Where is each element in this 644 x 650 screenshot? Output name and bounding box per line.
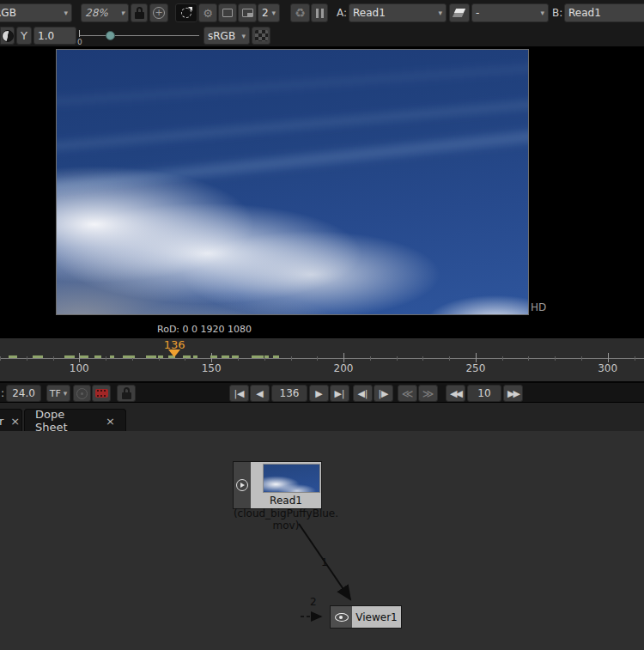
playback-mode-button[interactable] [73,385,91,402]
node-connections [0,431,644,650]
wipe-button[interactable] [449,3,470,22]
range-mode-value: TF [50,388,61,399]
node-graph[interactable]: Read1 (cloud_bigPuffyBlue. mov) 1 2 View… [0,431,644,650]
downrez-dropdown[interactable]: 2 ▾ [258,3,280,22]
node-read1[interactable]: Read1 [233,461,322,509]
cache-segment [232,355,239,358]
range-lock-button[interactable] [117,385,136,402]
gain-slider-handle[interactable] [106,31,115,40]
viewer-image[interactable] [56,49,529,315]
downrez-value: 2 [262,7,269,19]
timeline-tick [27,356,27,361]
b-input-field[interactable]: Read1 [564,3,644,22]
frame-increment-field[interactable]: 10 [467,385,501,402]
timeline-tick [608,353,609,362]
fps-field[interactable]: 24.0 [6,385,41,402]
rod-text: RoD: 0 0 1920 1080 [157,324,252,335]
play-circle-icon [236,479,248,491]
plus-circle-icon: + [153,7,165,19]
cache-segment [110,355,114,358]
contrail-streak [56,64,529,106]
cache-segment [193,355,197,358]
goto-end-button[interactable]: ▶| [330,385,349,402]
gain-value: 1.0 [38,30,72,42]
step-forward-glyph: |▶ [378,388,388,399]
viewer-node-name: Viewer1 [352,606,401,628]
chevron-down-icon: ▾ [64,389,68,398]
full-frame-button[interactable] [218,3,237,22]
viewer-process-value: sRGB [208,30,239,42]
cache-segment [158,355,163,358]
cache-segment [146,355,156,358]
cache-segment [252,355,264,358]
timeline-tick-label: 300 [591,362,625,374]
timeline-ruler-line [0,358,644,359]
eye-icon [335,613,349,622]
play-backward-button[interactable]: ◀ [250,385,270,402]
gain-slider-origin-tick [79,30,80,37]
cache-segment [80,355,88,358]
play-forward-glyph: ▶ [315,388,322,399]
timeline-tick [106,356,106,361]
viewer-process-dropdown[interactable]: sRGB ▾ [204,27,250,45]
viewer-node-strip [331,606,352,628]
roi-button[interactable] [175,3,197,22]
timeline-tick [422,356,423,361]
checkerboard-icon [255,30,268,41]
cache-segment [64,355,75,358]
refresh-button[interactable]: ♻ [290,3,310,22]
timeline[interactable]: 100150200250300 136 [0,338,644,383]
chevron-down-icon: ▾ [438,9,442,17]
b-input-label: B: [552,7,562,19]
zoom-lock-button[interactable] [131,3,148,22]
ram-cache-button[interactable] [92,385,111,402]
chevron-down-icon: ▾ [241,32,246,40]
frame-range-mode-dropdown[interactable]: TF ▾ [46,385,70,402]
viewer-pane: HD [0,46,644,319]
zoom-value: 28% [85,7,118,19]
close-icon[interactable]: × [10,415,20,428]
new-viewer-button[interactable]: + [149,3,168,22]
pause-button[interactable] [311,3,328,22]
monitor-icon [242,9,253,17]
gamma-toggle-button[interactable]: Y [16,27,32,45]
channels-dropdown[interactable]: RGB ▾ [0,3,72,22]
next-keyframe-button[interactable]: ≫ [418,385,438,402]
a-input-value: Read1 [353,7,435,19]
tab-dope-sheet[interactable]: Dope Sheet × [24,409,126,431]
step-back-glyph: ◀| [357,388,368,399]
gain-toggle-button[interactable] [0,27,15,45]
jump-forward-button[interactable]: ▶▶ [503,385,523,402]
contrast-circle-icon [2,30,14,42]
close-icon[interactable]: × [106,415,115,428]
play-forward-button[interactable]: ▶ [309,385,329,402]
format-badge: HD [531,301,546,313]
a-input-dropdown[interactable]: Read1 ▾ [349,3,447,22]
goto-start-glyph: |◀ [234,388,244,399]
step-forward-button[interactable]: |▶ [374,385,393,402]
jump-back-button[interactable]: ◀◀ [446,385,465,402]
timeline-tick [317,356,318,361]
checkerboard-button[interactable] [252,27,270,45]
cache-segment [94,355,101,358]
gain-slider-track[interactable] [79,35,199,36]
cache-segment [222,355,229,358]
timeline-tick [555,356,556,361]
zoom-dropdown[interactable]: 28% ▾ [81,3,129,22]
prev-keyframe-button[interactable]: ≪ [398,385,417,402]
channels-value: RGB [0,7,61,19]
timeline-tick-label: 150 [194,362,228,374]
proxy-toggle-button[interactable]: ⚙ [198,3,217,22]
tab-partial[interactable]: r × [0,409,22,431]
gamma-label: Y [21,29,27,42]
monitor-out-button[interactable] [238,3,257,22]
current-frame-field[interactable]: 136 [271,385,307,402]
wipe-mode-dropdown[interactable]: - ▾ [471,3,549,22]
ram-cache-icon [95,389,108,398]
gain-field[interactable]: 1.0 [33,27,76,45]
step-back-button[interactable]: ◀| [353,385,373,402]
b-input-value: Read1 [568,7,644,19]
jump-forward-glyph: ▶▶ [507,388,519,399]
goto-start-button[interactable]: |◀ [229,385,249,402]
node-viewer1[interactable]: Viewer1 [330,605,402,629]
